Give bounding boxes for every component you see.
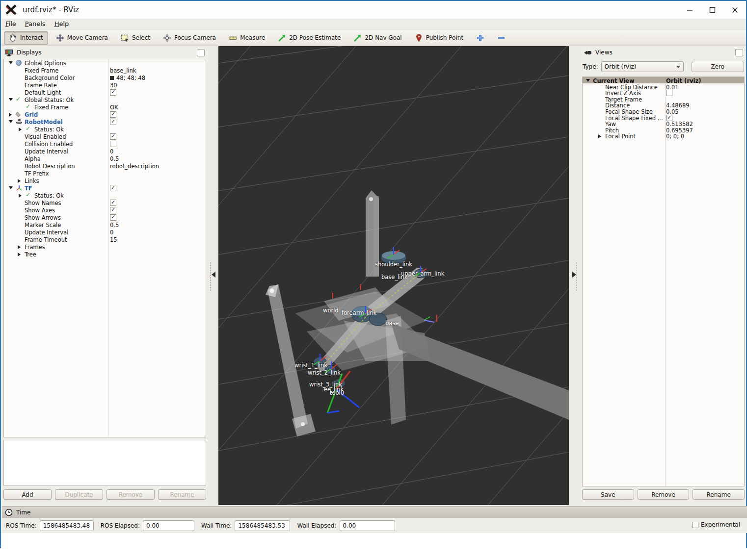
property-checkbox[interactable]: [110, 119, 116, 125]
view-type-dropdown[interactable]: Orbit (rviz): [601, 61, 684, 72]
left-splitter[interactable]: [208, 46, 218, 506]
menu-file[interactable]: File: [1, 19, 21, 28]
tool-select[interactable]: Select: [116, 31, 155, 45]
property-value[interactable]: 30: [110, 82, 117, 89]
tree-row-target-frame[interactable]: Target Frame: [583, 96, 744, 102]
collapse-left-button[interactable]: [212, 272, 215, 278]
experimental-toggle[interactable]: Experimental: [692, 521, 740, 528]
tree-row-update-interval[interactable]: Update Interval0: [4, 229, 206, 236]
property-value[interactable]: 15: [110, 236, 117, 243]
tree-row-fixed-frame[interactable]: Fixed Framebase_link: [4, 67, 206, 74]
ros-time-field[interactable]: 1586485483.48: [40, 520, 94, 531]
property-value[interactable]: 0: [110, 148, 113, 155]
menu-panels[interactable]: Panels: [21, 19, 50, 28]
tree-row-frame-rate[interactable]: Frame Rate30: [4, 81, 206, 89]
tool-2d-nav-goal[interactable]: 2D Nav Goal: [348, 31, 406, 45]
tree-row-tree[interactable]: Tree: [4, 251, 206, 258]
tree-row-status-ok[interactable]: ✓Status: Ok: [4, 192, 206, 199]
property-value[interactable]: 48; 48; 48: [116, 75, 145, 81]
property-value[interactable]: OK: [110, 104, 118, 111]
zero-button[interactable]: Zero: [692, 62, 744, 72]
right-splitter[interactable]: [569, 46, 581, 506]
tree-row-alpha[interactable]: Alpha0.5: [4, 155, 206, 162]
tree-row-focal-point[interactable]: Focal Point0; 0; 0: [583, 132, 744, 139]
property-value[interactable]: 0: [110, 229, 113, 236]
tree-row-show-axes[interactable]: Show Axes: [4, 206, 206, 214]
tree-row-status-ok[interactable]: ✓Status: Ok: [4, 126, 206, 133]
tree-row-grid[interactable]: Grid: [4, 111, 206, 118]
tree-row-marker-scale[interactable]: Marker Scale0.5: [4, 221, 206, 229]
tree-row-collision-enabled[interactable]: Collision Enabled: [4, 140, 206, 148]
tree-row-invert-z-axis[interactable]: Invert Z Axis: [583, 89, 744, 96]
tool-focus-camera[interactable]: Focus Camera: [158, 31, 221, 45]
tree-row-near-clip-distance[interactable]: Near Clip Distance0.01: [583, 83, 744, 90]
save-button[interactable]: Save: [582, 489, 634, 500]
tree-row-focal-shape-size[interactable]: Focal Shape Size0.05: [583, 108, 744, 114]
experimental-checkbox[interactable]: [692, 522, 698, 528]
property-value[interactable]: 0.5: [110, 155, 119, 162]
collapse-right-button[interactable]: [572, 272, 576, 278]
tree-row-yaw[interactable]: Yaw0.513582: [583, 120, 744, 127]
expander-icon[interactable]: [18, 179, 21, 183]
panel-float-button[interactable]: [735, 49, 743, 56]
close-icon[interactable]: [723, 1, 746, 19]
tree-row-robotmodel[interactable]: RobotModel: [4, 118, 206, 126]
expander-icon[interactable]: [9, 120, 13, 123]
tree-row-frame-timeout[interactable]: Frame Timeout15: [4, 236, 206, 243]
tool-move-camera[interactable]: Move Camera: [51, 31, 113, 45]
tree-row-frames[interactable]: Frames: [4, 243, 206, 251]
menu-help[interactable]: Help: [50, 19, 74, 28]
tool-measure[interactable]: Measure: [224, 31, 270, 45]
expander-icon[interactable]: [18, 245, 21, 249]
tool-publish-point[interactable]: Publish Point: [410, 31, 468, 45]
property-checkbox[interactable]: [110, 111, 116, 118]
property-checkbox[interactable]: [110, 214, 116, 221]
wall-time-field[interactable]: 1586485483.53: [235, 520, 290, 531]
panel-float-button[interactable]: [197, 49, 205, 56]
expander-icon[interactable]: [9, 98, 13, 101]
tree-row-focal-shape-fixed[interactable]: Focal Shape Fixed ...: [583, 114, 744, 121]
property-checkbox[interactable]: [110, 89, 116, 96]
property-checkbox[interactable]: [110, 133, 116, 140]
tree-row-tf-prefix[interactable]: TF Prefix: [4, 170, 206, 177]
tool-add-tool-plus[interactable]: [471, 31, 489, 45]
tree-row-fixed-frame[interactable]: ✓Fixed FrameOK: [4, 103, 206, 111]
tool-remove-tool-minus[interactable]: [492, 31, 510, 45]
tree-row-visual-enabled[interactable]: Visual Enabled: [4, 133, 206, 140]
tree-row-show-names[interactable]: Show Names: [4, 199, 206, 206]
minimize-icon[interactable]: [678, 1, 701, 19]
remove-button[interactable]: Remove: [638, 489, 690, 500]
expander-icon[interactable]: [9, 113, 12, 117]
render-viewport[interactable]: shoulder_linkupper_arm_linkbase_linkworl…: [218, 46, 569, 505]
tree-row-update-interval[interactable]: Update Interval0: [4, 148, 206, 155]
tree-row-tf[interactable]: TF: [4, 184, 206, 192]
property-value[interactable]: 0.5: [110, 222, 119, 229]
expander-icon[interactable]: [18, 253, 21, 256]
property-checkbox[interactable]: [110, 185, 116, 191]
tree-row-default-light[interactable]: Default Light: [4, 89, 206, 96]
expander-icon[interactable]: [586, 79, 590, 82]
property-value[interactable]: base_link: [110, 67, 136, 74]
wall-elapsed-field[interactable]: 0.00: [340, 520, 395, 531]
tool-interact[interactable]: Interact: [4, 31, 48, 45]
tool-2d-pose-estimate[interactable]: 2D Pose Estimate: [273, 31, 346, 45]
rename-button[interactable]: Rename: [693, 489, 745, 500]
tree-row-current-view[interactable]: Current ViewOrbit (rviz): [583, 77, 744, 83]
property-value[interactable]: robot_description: [110, 163, 159, 170]
tree-row-links[interactable]: Links: [4, 177, 206, 184]
ros-elapsed-field[interactable]: 0.00: [143, 520, 194, 531]
property-checkbox[interactable]: [110, 207, 116, 213]
property-checkbox[interactable]: [110, 200, 116, 206]
tree-row-background-color[interactable]: Background Color48; 48; 48: [4, 74, 206, 81]
maximize-icon[interactable]: [701, 1, 723, 19]
tree-row-distance[interactable]: Distance4.48689: [583, 102, 744, 108]
expander-icon[interactable]: [598, 134, 601, 138]
expander-icon[interactable]: [19, 127, 22, 131]
expander-icon[interactable]: [9, 186, 13, 189]
expander-icon[interactable]: [19, 194, 22, 198]
tree-row-show-arrows[interactable]: Show Arrows: [4, 214, 206, 221]
add-button[interactable]: Add: [3, 489, 52, 500]
tree-row-global-options[interactable]: Global Options: [4, 59, 206, 67]
expander-icon[interactable]: [9, 61, 13, 64]
tree-row-robot-description[interactable]: Robot Descriptionrobot_description: [4, 162, 206, 170]
